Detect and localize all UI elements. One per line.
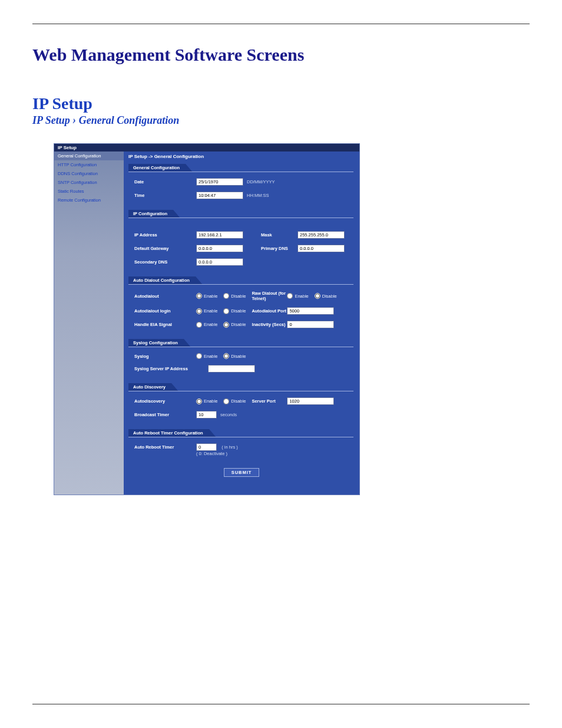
inactivity-label: Inactivity (Secs): [252, 322, 287, 327]
autodialout-enable[interactable]: Enable: [196, 293, 217, 299]
panel-header-reboot: Auto Reboot Timer Configuration: [128, 429, 359, 437]
content-pane: IP Setup -> General Configuration Genera…: [124, 151, 359, 495]
autodiscovery-disable[interactable]: Disable: [223, 398, 246, 404]
gateway-label: Default Gateway: [134, 246, 196, 251]
panel-header-ip: IP Configuration: [128, 210, 359, 218]
syslog-disable[interactable]: Disable: [223, 353, 246, 359]
eia-signal-label: Handle EIA Signal: [134, 322, 196, 327]
autodialout-port-label: Autodialout Port: [252, 308, 287, 314]
time-input[interactable]: [196, 192, 243, 199]
gateway-input[interactable]: [196, 245, 243, 252]
syslog-server-label: Syslog Server IP Address: [134, 366, 208, 371]
sidebar-item-http[interactable]: HTTP Configuration: [54, 160, 124, 169]
secondary-dns-input[interactable]: [196, 258, 243, 266]
panel-header-general: General Configuration: [128, 164, 359, 172]
top-rule: [32, 24, 530, 24]
sidebar: General Configuration HTTP Configuration…: [54, 151, 124, 495]
reboot-timer-hint2: ( 0: Deactivate ): [196, 451, 227, 456]
syslog-server-input[interactable]: [208, 365, 255, 373]
mask-input[interactable]: [297, 231, 345, 239]
autodialout-login-disable[interactable]: Disable: [223, 308, 246, 314]
app-screenshot: IP Setup General Configuration HTTP Conf…: [54, 143, 360, 495]
app-section-bar: IP Setup: [54, 144, 359, 151]
mask-label: Mask: [261, 232, 297, 238]
breadcrumb-title: IP Setup › General Configuration: [32, 114, 530, 127]
panel-header-syslog: Syslog Configuration: [128, 339, 359, 347]
date-hint: DD/MM/YYYY: [247, 179, 275, 185]
panel-header-reboot-label: Auto Reboot Timer Configuration: [128, 429, 209, 437]
reboot-timer-label: Auto Reboot Timer: [134, 443, 196, 450]
inactivity-input[interactable]: [287, 321, 334, 328]
autodialout-port-input[interactable]: [287, 307, 334, 315]
broadcast-timer-label: Broadcast Timer: [134, 412, 196, 417]
content-breadcrumb: IP Setup -> General Configuration: [124, 151, 359, 162]
syslog-label: Syslog: [134, 354, 196, 359]
panel-header-ip-label: IP Configuration: [128, 210, 173, 218]
page-title: Web Management Software Screens: [32, 45, 530, 65]
autodialout-login-label: Autodialout login: [134, 308, 196, 314]
syslog-enable[interactable]: Enable: [196, 353, 217, 359]
raw-dialout-disable[interactable]: Disable: [315, 293, 337, 299]
section-title: IP Setup: [32, 94, 530, 113]
panel-header-general-label: General Configuration: [128, 164, 186, 172]
time-label: Time: [134, 193, 196, 198]
date-label: Date: [134, 179, 196, 185]
sidebar-item-sntp[interactable]: SNTP Configuration: [54, 178, 124, 187]
broadcast-timer-input[interactable]: [196, 411, 217, 419]
secondary-dns-label: Secondary DNS: [134, 259, 196, 265]
panel-header-syslog-label: Syslog Configuration: [128, 339, 184, 347]
time-hint: HH:MM:SS: [247, 193, 269, 198]
eia-signal-enable[interactable]: Enable: [196, 322, 217, 328]
panel-header-autodisc: Auto Discovery: [128, 383, 359, 391]
date-input[interactable]: [196, 178, 243, 186]
autodialout-disable[interactable]: Disable: [223, 293, 246, 299]
server-port-label: Server Port: [252, 398, 287, 404]
eia-signal-disable[interactable]: Disable: [223, 322, 246, 328]
primary-dns-label: Primary DNS: [261, 246, 297, 251]
autodialout-login-enable[interactable]: Enable: [196, 308, 217, 314]
sidebar-item-remote[interactable]: Remote Configuration: [54, 196, 124, 205]
submit-button[interactable]: SUBMIT: [224, 468, 260, 477]
panel-header-autodial: Auto Dialout Configuration: [128, 276, 359, 285]
panel-header-autodial-label: Auto Dialout Configuration: [128, 276, 196, 284]
raw-dialout-enable[interactable]: Enable: [287, 293, 308, 299]
autodialout-label: Autodialout: [134, 294, 196, 299]
sidebar-item-general[interactable]: General Configuration: [54, 151, 124, 160]
autodiscovery-enable[interactable]: Enable: [196, 398, 217, 404]
server-port-input[interactable]: [287, 397, 334, 405]
reboot-timer-input[interactable]: [196, 443, 217, 451]
reboot-timer-hint1: ( in hrs ): [222, 444, 238, 450]
primary-dns-input[interactable]: [297, 245, 345, 252]
sidebar-item-static-routes[interactable]: Static Routes: [54, 187, 124, 196]
panel-header-autodisc-label: Auto Discovery: [128, 383, 171, 391]
raw-dialout-label: Raw Dialout (for Telnet): [252, 291, 287, 301]
autodiscovery-label: Autodiscovery: [134, 398, 196, 404]
broadcast-timer-hint: seconds: [220, 412, 237, 417]
ip-address-label: IP Address: [134, 232, 196, 238]
sidebar-item-ddns[interactable]: DDNS Configuration: [54, 169, 124, 178]
ip-address-input[interactable]: [196, 231, 243, 239]
bottom-rule: [32, 704, 530, 704]
